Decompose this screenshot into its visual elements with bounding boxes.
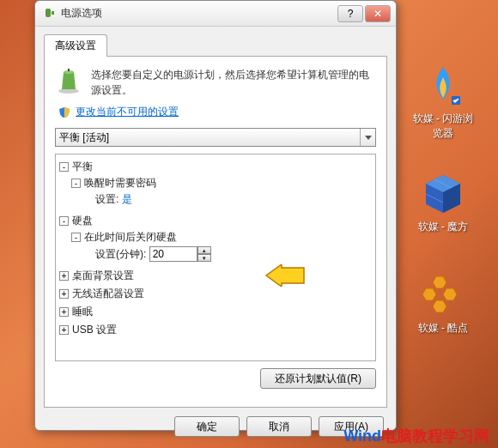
svg-rect-7 xyxy=(68,69,70,71)
restore-defaults-button[interactable]: 还原计划默认值(R) xyxy=(260,368,376,389)
cube-icon xyxy=(421,172,465,216)
expand-toggle[interactable]: - xyxy=(59,216,69,226)
expand-toggle[interactable]: + xyxy=(59,271,69,281)
expand-toggle[interactable]: - xyxy=(71,233,81,242)
disk-setting-label: 设置(分钟): xyxy=(95,247,146,262)
disk-minutes-input[interactable] xyxy=(149,246,197,262)
cancel-button[interactable]: 取消 xyxy=(246,416,312,437)
ok-button[interactable]: 确定 xyxy=(174,416,240,437)
watermark: Wind电脑教程学习网 xyxy=(343,426,489,446)
wake-setting-value[interactable]: 是 xyxy=(122,193,132,205)
settings-tree[interactable]: -平衡 -唤醒时需要密码 设置: 是 -硬盘 -在此时间后关闭硬盘 xyxy=(55,154,376,361)
help-button[interactable]: ? xyxy=(337,5,363,22)
hexagons-icon xyxy=(421,273,465,318)
desktop-icon-cube[interactable]: 软媒 - 魔方 xyxy=(412,172,474,234)
chevron-down-icon xyxy=(360,129,375,146)
power-icon xyxy=(42,7,56,21)
expand-toggle[interactable]: + xyxy=(59,325,69,335)
power-plan-select[interactable]: 平衡 [活动] xyxy=(55,128,376,147)
spin-up-button[interactable]: ▲ xyxy=(197,246,211,254)
tree-balance[interactable]: 平衡 xyxy=(72,160,93,173)
spin-down-button[interactable]: ▼ xyxy=(197,254,211,262)
desktop-icon-hexes[interactable]: 软媒 - 酷点 xyxy=(412,273,474,336)
titlebar[interactable]: 电源选项 ? ✕ xyxy=(35,1,396,27)
change-unavailable-link[interactable]: 更改当前不可用的设置 xyxy=(76,105,179,119)
power-options-dialog: 电源选项 ? ✕ 高级设置 选择您要自定义的电源计划，然后选择您希望计算机管理的… xyxy=(34,0,397,431)
tree-disk-off[interactable]: 在此时间后关闭硬盘 xyxy=(84,231,177,243)
tree-wireless[interactable]: 无线适配器设置 xyxy=(72,288,144,300)
intro-text: 选择您要自定义的电源计划，然后选择您希望计算机管理的电源设置。 xyxy=(91,67,376,98)
expand-toggle[interactable]: + xyxy=(59,307,69,317)
expand-toggle[interactable]: - xyxy=(71,179,81,188)
svg-rect-3 xyxy=(46,9,51,17)
tree-disk[interactable]: 硬盘 xyxy=(72,215,93,227)
tab-content: 选择您要自定义的电源计划，然后选择您希望计算机管理的电源设置。 更改当前不可用的… xyxy=(44,56,387,408)
desktop-icon-browser[interactable]: 软媒 - 闪游浏览器 xyxy=(412,64,474,141)
close-button[interactable]: ✕ xyxy=(365,5,391,22)
window-title: 电源选项 xyxy=(61,6,102,21)
tree-sleep[interactable]: 睡眠 xyxy=(72,306,93,318)
tree-desktop-bg[interactable]: 桌面背景设置 xyxy=(72,269,134,282)
expand-toggle[interactable]: + xyxy=(59,289,69,299)
desktop-icon-label: 软媒 - 酷点 xyxy=(412,321,474,336)
battery-icon xyxy=(55,67,82,94)
tab-advanced[interactable]: 高级设置 xyxy=(44,34,107,57)
desktop-icon-label: 软媒 - 魔方 xyxy=(412,220,474,234)
svg-rect-4 xyxy=(52,11,54,15)
tabstrip: 高级设置 xyxy=(35,27,396,56)
desktop-icon-label: 软媒 - 闪游浏览器 xyxy=(412,112,474,141)
selected-plan: 平衡 [活动] xyxy=(59,130,109,145)
flame-icon xyxy=(421,64,465,108)
tree-usb[interactable]: USB 设置 xyxy=(72,324,117,336)
shield-icon xyxy=(58,106,70,118)
expand-toggle[interactable]: - xyxy=(59,162,69,172)
tree-wake-password[interactable]: 唤醒时需要密码 xyxy=(84,177,156,189)
wake-setting-label: 设置: xyxy=(95,193,118,205)
